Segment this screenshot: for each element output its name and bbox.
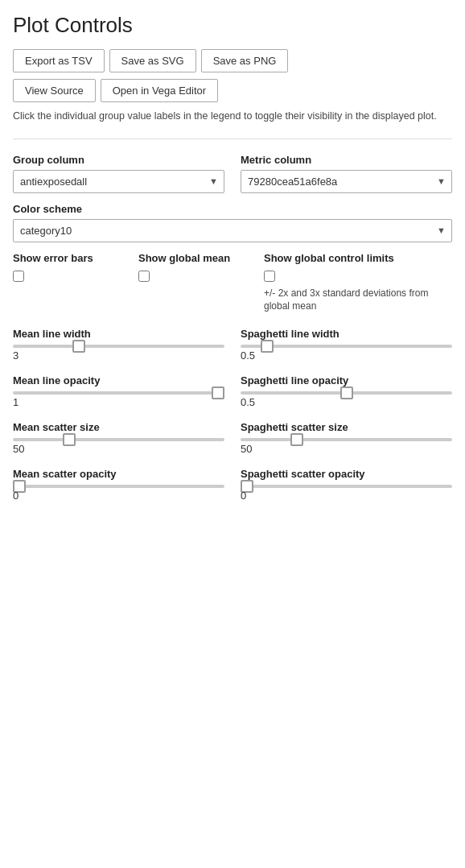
mean-line-width-label: Mean line width: [13, 328, 224, 340]
mean-scatter-size-group: Mean scatter size 50: [13, 421, 224, 465]
spaghetti-scatter-size-slider[interactable]: [241, 438, 452, 441]
mean-scatter-size-slider[interactable]: [13, 438, 224, 441]
spaghetti-scatter-opacity-value: 0: [241, 490, 452, 502]
spaghetti-line-opacity-label: Spaghetti line opacity: [241, 374, 452, 386]
mean-line-opacity-label: Mean line opacity: [13, 374, 224, 386]
metric-column-select-wrapper: 79280cea51a6fe8a ▼: [241, 170, 452, 193]
open-vega-button[interactable]: Open in Vega Editor: [101, 79, 218, 102]
metric-column-select[interactable]: 79280cea51a6fe8a: [241, 170, 452, 193]
group-column-select-wrapper: antiexposedall ▼: [13, 170, 224, 193]
spaghetti-scatter-size-label: Spaghetti scatter size: [241, 421, 452, 433]
page-title: Plot Controls: [13, 13, 452, 38]
color-scheme-group: Color scheme category10 ▼: [13, 203, 452, 242]
color-scheme-label: Color scheme: [13, 203, 452, 215]
spaghetti-line-opacity-group: Spaghetti line opacity 0.5: [241, 374, 452, 418]
mean-line-opacity-slider[interactable]: [13, 391, 224, 395]
global-control-limits-checkbox[interactable]: [264, 271, 275, 282]
metric-column-label: Metric column: [241, 154, 452, 166]
group-column-group: Group column antiexposedall ▼: [13, 154, 224, 193]
checkboxes-row: Show error bars Show global mean Show gl…: [13, 252, 452, 313]
global-mean-checkbox[interactable]: [138, 271, 150, 282]
spaghetti-scatter-size-group: Spaghetti scatter size 50: [241, 421, 452, 465]
toolbar-row-2: View Source Open in Vega Editor: [13, 79, 452, 102]
global-control-limits-group: Show global control limits +/- 2x and 3x…: [264, 252, 452, 313]
spaghetti-line-opacity-value: 0.5: [241, 396, 452, 408]
mean-line-width-slider[interactable]: [13, 345, 224, 348]
group-column-label: Group column: [13, 154, 224, 166]
view-source-button[interactable]: View Source: [13, 79, 96, 102]
color-scheme-select[interactable]: category10: [13, 219, 452, 242]
spaghetti-scatter-opacity-label: Spaghetti scatter opacity: [241, 468, 452, 480]
mean-scatter-opacity-slider[interactable]: [13, 485, 224, 488]
column-selects-row: Group column antiexposedall ▼ Metric col…: [13, 154, 452, 193]
mean-line-opacity-group: Mean line opacity 1: [13, 374, 224, 418]
spaghetti-line-width-value: 0.5: [241, 349, 452, 362]
mean-scatter-size-value: 50: [13, 443, 224, 455]
save-png-button[interactable]: Save as PNG: [201, 49, 289, 72]
divider: [13, 138, 452, 139]
export-tsv-button[interactable]: Export as TSV: [13, 49, 105, 72]
info-text: Click the individual group value labels …: [13, 109, 452, 124]
spaghetti-line-width-label: Spaghetti line width: [241, 328, 452, 340]
mean-line-width-value: 3: [13, 349, 224, 362]
spaghetti-scatter-opacity-slider[interactable]: [241, 485, 452, 488]
group-column-select[interactable]: antiexposedall: [13, 170, 224, 193]
spaghetti-scatter-opacity-group: Spaghetti scatter opacity 0: [241, 468, 452, 511]
mean-scatter-size-label: Mean scatter size: [13, 421, 224, 433]
spaghetti-line-width-group: Spaghetti line width 0.5: [241, 328, 452, 371]
spaghetti-scatter-size-value: 50: [241, 443, 452, 455]
mean-line-width-group: Mean line width 3: [13, 328, 224, 371]
global-control-limits-label: Show global control limits: [264, 252, 452, 266]
color-scheme-select-wrapper: category10 ▼: [13, 219, 452, 242]
error-bars-label: Show error bars: [13, 252, 138, 266]
global-mean-label: Show global mean: [138, 252, 264, 266]
mean-line-opacity-value: 1: [13, 396, 224, 408]
mean-scatter-opacity-group: Mean scatter opacity 0: [13, 468, 224, 511]
line-width-row: Mean line width 3 Spaghetti line width 0…: [13, 328, 452, 371]
scatter-opacity-row: Mean scatter opacity 0 Spaghetti scatter…: [13, 468, 452, 511]
line-opacity-row: Mean line opacity 1 Spaghetti line opaci…: [13, 374, 452, 418]
global-control-limits-subtext: +/- 2x and 3x standard deviations from g…: [264, 287, 452, 314]
global-mean-group: Show global mean: [138, 252, 264, 282]
mean-scatter-opacity-value: 0: [13, 490, 224, 502]
save-svg-button[interactable]: Save as SVG: [109, 49, 196, 72]
toolbar-row-1: Export as TSV Save as SVG Save as PNG: [13, 49, 452, 72]
error-bars-checkbox[interactable]: [13, 271, 24, 282]
scatter-size-row: Mean scatter size 50 Spaghetti scatter s…: [13, 421, 452, 465]
mean-scatter-opacity-label: Mean scatter opacity: [13, 468, 224, 480]
spaghetti-line-width-slider[interactable]: [241, 345, 452, 348]
metric-column-group: Metric column 79280cea51a6fe8a ▼: [241, 154, 452, 193]
error-bars-group: Show error bars: [13, 252, 138, 282]
spaghetti-line-opacity-slider[interactable]: [241, 391, 452, 395]
sliders-section: Mean line width 3 Spaghetti line width 0…: [13, 328, 452, 511]
